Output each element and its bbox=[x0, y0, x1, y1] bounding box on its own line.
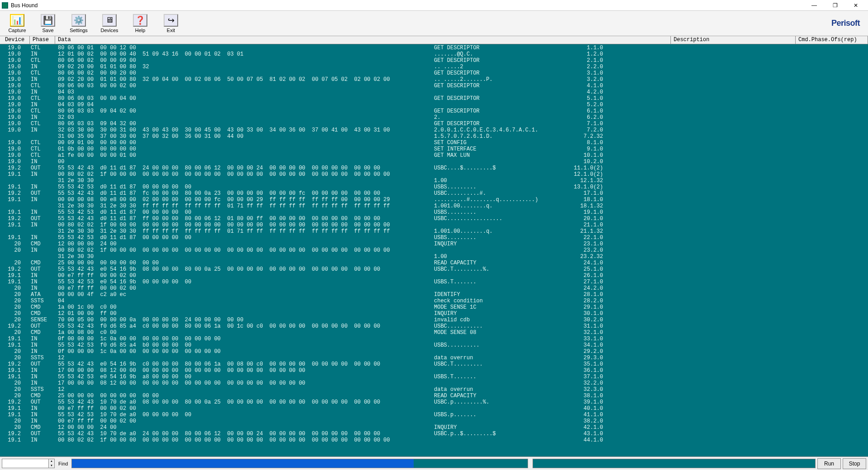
table-row[interactable]: 19.0CTL00 09 01 00 00 00 00 00SET CONFIG… bbox=[0, 140, 868, 146]
table-row[interactable]: 19.2OUT55 53 42 43 f0 d6 85 a4 c0 00 00 … bbox=[0, 323, 868, 329]
table-row[interactable]: 20CMD25 00 00 00 00 00 00 00 00 00READ C… bbox=[0, 260, 868, 266]
col-cmd-phase-ofs[interactable]: Cmd.Phase.Ofs(rep) bbox=[796, 36, 868, 44]
table-row[interactable]: 20CMD12 01 00 00 ff 00INQUIRY30.1.0 bbox=[0, 310, 868, 317]
cell-description: USBC.p.........%. bbox=[433, 399, 558, 405]
table-row[interactable]: 19.2OUT55 53 42 43 d0 11 d1 87 ff 00 00 … bbox=[0, 216, 868, 222]
table-row[interactable]: 19.0IN09 02 20 00 01 01 00 80 32.. .....… bbox=[0, 64, 868, 70]
line-number-spinner[interactable]: ▲ ▼ bbox=[48, 459, 55, 468]
close-button[interactable]: ✕ bbox=[845, 0, 866, 10]
cell-device: 19.0 bbox=[0, 140, 30, 146]
run-button[interactable]: Run bbox=[817, 458, 841, 469]
table-row[interactable]: 20IN00 e7 ff ff 00 00 02 0038.2.0 bbox=[0, 418, 868, 424]
table-row[interactable]: 19.1IN55 53 42 53 e0 54 16 9b 00 00 00 0… bbox=[0, 279, 868, 285]
table-row[interactable]: 19.0CTL80 06 00 02 00 00 20 00GET DESCRI… bbox=[0, 70, 868, 76]
table-row[interactable]: 19.0IN12 01 00 02 00 00 00 40 51 09 43 1… bbox=[0, 51, 868, 57]
col-phase[interactable]: Phase bbox=[30, 36, 55, 44]
stop-button[interactable]: Stop bbox=[843, 458, 866, 469]
table-row[interactable]: 19.0CTL80 06 00 03 00 00 02 00GET DESCRI… bbox=[0, 83, 868, 89]
table-row[interactable]: 19.1IN55 53 42 53 f0 d6 85 a4 b0 00 00 0… bbox=[0, 342, 868, 348]
table-row[interactable]: 19.1IN55 53 42 53 d0 11 d1 87 00 00 00 0… bbox=[0, 235, 868, 241]
cell-phase: CMD bbox=[30, 329, 55, 336]
cell-device: 19.0 bbox=[0, 83, 30, 89]
col-description[interactable]: Description bbox=[671, 36, 796, 44]
table-row[interactable]: 19.0CTLa1 fe 00 00 00 00 01 00GET MAX LU… bbox=[0, 152, 868, 159]
table-row[interactable]: 19.1IN55 53 42 53 e0 54 16 9b a8 00 00 0… bbox=[0, 374, 868, 380]
table-row[interactable]: 31 2e 30 301.0012.1.32 bbox=[0, 178, 868, 184]
cell-data: 31 2e 30 30 bbox=[55, 178, 433, 184]
table-row[interactable]: 19.1IN55 53 42 53 d0 11 d1 87 00 00 00 0… bbox=[0, 184, 868, 190]
table-row[interactable]: 19.2OUT55 53 42 43 d0 11 d1 87 24 00 00 … bbox=[0, 165, 868, 171]
table-row[interactable]: 19.0CTL80 06 03 03 09 04 32 00GET DESCRI… bbox=[0, 121, 868, 127]
table-row[interactable]: 19.2OUT55 53 42 43 e0 54 16 9b c0 00 00 … bbox=[0, 361, 868, 367]
table-row[interactable]: 19.0IN09 02 20 00 01 01 00 80 32 09 04 0… bbox=[0, 76, 868, 83]
table-row[interactable]: 20IN0f 00 00 00 1c 0a 00 00 00 00 00 00 … bbox=[0, 348, 868, 355]
exit-button[interactable]: ↪ Exit bbox=[156, 13, 185, 34]
chevron-up-icon[interactable]: ▲ bbox=[49, 459, 54, 464]
table-row[interactable]: 19.1IN00 00 00 08 00 e8 00 00 02 00 00 0… bbox=[0, 197, 868, 203]
table-row[interactable]: 20SSTS12data overrun32.3.0 bbox=[0, 386, 868, 393]
table-row[interactable]: 20CMD1a 00 08 00 c0 00MODE SENSE 0832.1.… bbox=[0, 329, 868, 336]
window-title: Bus Hound bbox=[11, 2, 38, 9]
table-row[interactable]: 19.2OUT55 53 42 43 10 70 de a0 24 00 00 … bbox=[0, 431, 868, 437]
table-row[interactable]: 19.1IN00 e7 ff ff 00 00 02 0026.1.0 bbox=[0, 273, 868, 279]
table-row[interactable]: 31 00 35 00 37 00 30 00 37 00 32 00 36 0… bbox=[0, 133, 868, 140]
cell-data: 1a 00 08 00 c0 00 bbox=[55, 329, 433, 336]
table-row[interactable]: 19.2OUT55 53 42 43 10 70 de a0 08 00 00 … bbox=[0, 399, 868, 405]
table-row[interactable]: 20SSTS12data overrun29.3.0 bbox=[0, 355, 868, 361]
table-row[interactable]: 19.1IN00 80 02 02 1f 00 00 00 00 00 00 0… bbox=[0, 222, 868, 228]
table-row[interactable]: 20SENSE70 00 05 00 00 00 00 0a 00 00 00 … bbox=[0, 317, 868, 323]
table-row[interactable]: 20CMD25 00 00 00 00 00 00 00 00 00READ C… bbox=[0, 393, 868, 399]
cell-description: USBC.T.........%. bbox=[433, 266, 558, 273]
table-row[interactable]: 20CMD1a 00 1c 00 c0 00MODE SENSE 1C29.1.… bbox=[0, 304, 868, 310]
table-row[interactable]: 19.1IN0f 00 00 00 1c 0a 00 00 00 00 00 0… bbox=[0, 336, 868, 342]
cell-description: GET DESCRIPTOR bbox=[433, 57, 558, 64]
table-row[interactable]: 19.0IN04 03 09 045.2.0 bbox=[0, 102, 868, 108]
table-row[interactable]: 19.0IN0010.2.0 bbox=[0, 159, 868, 165]
table-row[interactable]: 31 2e 30 30 31 2e 30 30 ff ff ff ff ff f… bbox=[0, 228, 868, 235]
table-row[interactable]: 19.0IN32 03 30 00 30 00 31 00 43 00 43 0… bbox=[0, 127, 868, 133]
chevron-down-icon[interactable]: ▼ bbox=[49, 464, 54, 468]
table-row[interactable]: 19.0IN04 034.2.0 bbox=[0, 89, 868, 95]
table-row[interactable]: 20CMD12 00 00 00 24 00INQUIRY42.1.0 bbox=[0, 424, 868, 431]
cell-description: .. .....2.......P. bbox=[433, 76, 558, 83]
table-row[interactable]: 20IN00 e7 ff ff 00 00 02 0024.2.0 bbox=[0, 285, 868, 291]
table-row[interactable]: 19.2OUT55 53 42 43 d0 11 d1 87 fc 00 00 … bbox=[0, 190, 868, 197]
cell-device: 19.0 bbox=[0, 127, 30, 133]
maximize-button[interactable]: ❐ bbox=[825, 0, 845, 10]
table-row[interactable]: 19.1IN17 00 00 00 08 12 00 00 00 00 00 0… bbox=[0, 367, 868, 374]
cell-device: 20 bbox=[0, 355, 30, 361]
table-row[interactable]: 20SSTS04check condition28.2.0 bbox=[0, 298, 868, 304]
cell-device: 19.0 bbox=[0, 95, 30, 102]
minimize-button[interactable]: — bbox=[804, 0, 825, 10]
table-row[interactable]: 19.2OUT55 53 42 43 e0 54 16 9b 08 00 00 … bbox=[0, 266, 868, 273]
table-row[interactable]: 19.0CTL80 06 00 01 00 00 12 00GET DESCRI… bbox=[0, 45, 868, 51]
table-row[interactable]: 19.0CTL80 06 03 03 09 04 02 00GET DESCRI… bbox=[0, 108, 868, 114]
cell-phase: OUT bbox=[30, 323, 55, 329]
capture-button[interactable]: 📊 Capture bbox=[3, 13, 32, 34]
save-button[interactable]: 💾 Save bbox=[33, 13, 62, 34]
col-data[interactable]: Data bbox=[55, 36, 671, 44]
col-device[interactable]: Device bbox=[0, 36, 30, 44]
capture-grid[interactable]: 19.0CTL80 06 00 01 00 00 12 00GET DESCRI… bbox=[0, 44, 868, 456]
table-row[interactable]: 19.0IN32 032.6.2.0 bbox=[0, 114, 868, 121]
table-row[interactable]: 20CMD12 00 00 00 24 00INQUIRY23.1.0 bbox=[0, 241, 868, 247]
table-row[interactable]: 19.0CTL80 06 00 03 00 00 04 00GET DESCRI… bbox=[0, 95, 868, 102]
table-row[interactable]: 20IN00 80 02 02 1f 00 00 00 00 00 00 00 … bbox=[0, 247, 868, 254]
table-row[interactable]: 20IN17 00 00 00 08 12 00 00 00 00 00 00 … bbox=[0, 380, 868, 386]
table-row[interactable]: 19.0CTL01 0b 00 00 00 00 00 00SET INTERF… bbox=[0, 146, 868, 152]
help-button[interactable]: ❓ Help bbox=[126, 13, 155, 34]
table-row[interactable]: 19.1IN00 80 02 02 1f 00 00 00 00 00 00 0… bbox=[0, 437, 868, 443]
table-row[interactable]: 19.1IN55 53 42 53 10 70 de a0 00 00 00 0… bbox=[0, 412, 868, 418]
table-row[interactable]: 31 2e 30 30 31 2e 30 30 ff ff ff ff ff f… bbox=[0, 203, 868, 209]
table-row[interactable]: 20ATA00 00 00 4f c2 a0 ecIDENTIFY28.1.0 bbox=[0, 291, 868, 298]
cell-phase: CMD bbox=[30, 241, 55, 247]
table-row[interactable]: 19.0CTL80 06 00 02 00 00 09 00GET DESCRI… bbox=[0, 57, 868, 64]
devices-button[interactable]: 🖥 Devices bbox=[95, 13, 124, 34]
table-row[interactable]: 19.1IN00 e7 ff ff 00 00 02 0040.1.0 bbox=[0, 405, 868, 412]
settings-button[interactable]: ⚙️ Settings bbox=[64, 13, 93, 34]
line-number-input[interactable] bbox=[2, 459, 49, 468]
column-headers: Device Phase Data Description Cmd.Phase.… bbox=[0, 36, 868, 44]
table-row[interactable]: 19.1IN55 53 42 53 d0 11 d1 87 00 00 00 0… bbox=[0, 209, 868, 216]
table-row[interactable]: 31 2e 30 301.0023.2.32 bbox=[0, 254, 868, 260]
table-row[interactable]: 19.1IN00 80 02 02 1f 00 00 00 00 00 00 0… bbox=[0, 171, 868, 178]
